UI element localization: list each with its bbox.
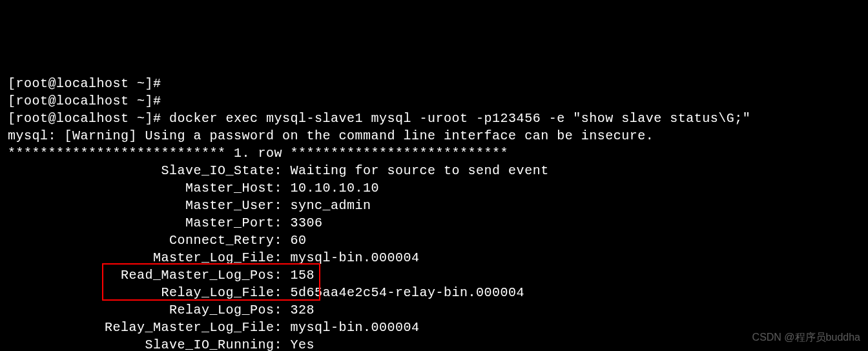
terminal-output[interactable]: [root@localhost ~]# [root@localhost ~]# … [8, 75, 860, 351]
watermark: CSDN @程序员buddha [752, 328, 860, 346]
